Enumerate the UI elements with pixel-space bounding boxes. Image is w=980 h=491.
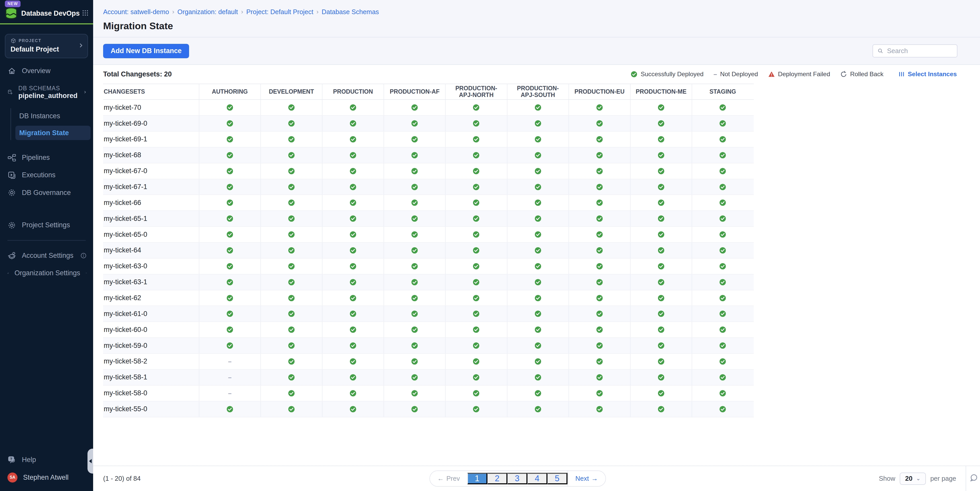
table-row: my-ticket-64 [103,243,754,259]
info-icon [80,252,87,259]
status-deployed-icon [288,247,295,254]
page-button-3[interactable]: 3 [508,473,527,484]
breadcrumb-link[interactable]: Project: Default Project [246,8,313,16]
status-deployed-icon [657,247,665,254]
status-deployed-icon [719,263,726,270]
sidebar-item-project-settings[interactable]: Project Settings [0,216,93,234]
status-deployed-icon [226,279,234,286]
db-schema-icon [8,88,13,97]
status-deployed-icon [473,310,480,317]
changeset-name: my-ticket-67-1 [103,179,199,195]
status-deployed-cell [260,291,322,306]
status-deployed-icon [657,405,665,413]
table-row: my-ticket-59-0 [103,338,754,354]
status-rolled-back-icon [840,71,847,78]
status-deployed-icon [411,215,418,222]
status-deployed-cell [322,211,383,226]
search-input[interactable] [887,47,953,55]
sidebar-item-executions[interactable]: Executions [0,167,93,184]
sidebar-nav: Overview DB SCHEMAS pipeline_authored DB… [0,58,93,491]
status-deployed-cell [383,227,445,242]
sidebar-item-help[interactable]: ? Help [0,451,93,469]
status-deployed-icon [226,263,234,270]
sidebar-item-account-settings[interactable]: Account Settings [0,247,93,264]
database-devops-logo-icon[interactable] [4,7,18,20]
changeset-name: my-ticket-58-1 [103,370,199,385]
user-menu[interactable]: SA Stephen Atwell [0,469,93,486]
status-deployed-cell [322,179,383,195]
status-deployed-cell [445,100,507,115]
status-deployed-cell [630,291,692,306]
status-deployed-cell [692,179,753,195]
sidebar-item-label: Migration State [19,129,69,137]
chevron-down-icon: ⌄ [916,476,920,481]
sidebar-item-db-governance[interactable]: DB Governance [0,184,93,201]
status-deployed-cell [568,291,630,306]
page-button-1[interactable]: 1 [468,473,487,484]
select-instances-button[interactable]: Select Instances [899,70,957,78]
status-deployed-cell [568,275,630,290]
status-deployed-cell [568,132,630,147]
add-new-db-instance-button[interactable]: Add New DB Instance [103,44,189,58]
status-deployed-cell [507,100,568,115]
status-deployed-icon [719,342,726,349]
search-box[interactable] [872,44,958,57]
status-deployed-icon [535,390,542,397]
sidebar-item-pipelines[interactable]: Pipelines [0,149,93,167]
breadcrumb: Account: satwell-demo›Organization: defa… [103,8,970,16]
sidebar-item-db-schemas[interactable]: DB SCHEMAS pipeline_authored [0,81,93,103]
status-deployed-icon [535,326,542,333]
status-deployed-cell [322,259,383,274]
status-deployed-cell [260,227,322,242]
status-deployed-cell [568,211,630,226]
status-deployed-icon [657,183,665,191]
status-deployed-cell [507,322,568,337]
status-deployed-cell [568,195,630,210]
breadcrumb-link[interactable]: Database Schemas [322,8,379,16]
status-deployed-icon [535,310,542,317]
status-deployed-cell [568,370,630,385]
status-deployed-cell [199,100,260,115]
changeset-name: my-ticket-63-1 [103,275,199,290]
page-button-4[interactable]: 4 [527,473,547,484]
status-deployed-cell [383,259,445,274]
prev-page-button[interactable]: ← Prev [430,471,468,486]
page-size-select[interactable]: 20 ⌄ [900,472,926,485]
status-deployed-icon [349,326,356,333]
sidebar-item-label: DB Governance [22,189,87,197]
status-not-deployed-cell: – [199,354,260,369]
status-deployed-icon [226,152,234,159]
status-deployed-cell [507,354,568,369]
home-icon [8,67,16,75]
sidebar-item-migration-state[interactable]: Migration State [15,126,91,140]
table-row: my-ticket-69-1 [103,132,754,148]
status-deployed-cell [260,370,322,385]
sidebar-item-db-instances[interactable]: DB Instances [15,108,93,124]
app-launcher-grid-icon[interactable] [82,10,89,16]
status-deployed-icon [411,136,418,143]
breadcrumb-link[interactable]: Organization: default [178,8,238,16]
status-deployed-icon [657,104,665,111]
status-deployed-cell [692,195,753,210]
breadcrumb-link[interactable]: Account: satwell-demo [103,8,169,16]
page-button-5[interactable]: 5 [547,473,568,484]
status-legend: Successfully Deployed – Not Deployed Dep… [631,70,957,78]
sidebar-collapse-handle[interactable] [88,449,93,474]
sidebar-item-organization-settings[interactable]: Organization Settings [0,264,93,282]
feedback-chat-icon[interactable] [969,474,978,482]
toolbar: Add New DB Instance [93,37,980,64]
sidebar-item-overview[interactable]: Overview [0,62,93,79]
status-deployed-icon [288,231,295,238]
sidebar-item-label: Account Settings [22,252,75,260]
status-deployed-icon [226,167,234,175]
status-deployed-icon [596,231,603,238]
project-selector[interactable]: PROJECT Default Project [5,34,88,59]
next-page-button[interactable]: Next → [568,471,605,486]
status-deployed-icon [349,374,356,381]
status-deployed-cell [630,164,692,179]
db-schemas-label: DB SCHEMAS [18,85,78,92]
status-deployed-cell [383,195,445,210]
page-button-2[interactable]: 2 [487,473,508,484]
status-deployed-cell [445,211,507,226]
status-not-deployed-dash: – [713,70,717,78]
